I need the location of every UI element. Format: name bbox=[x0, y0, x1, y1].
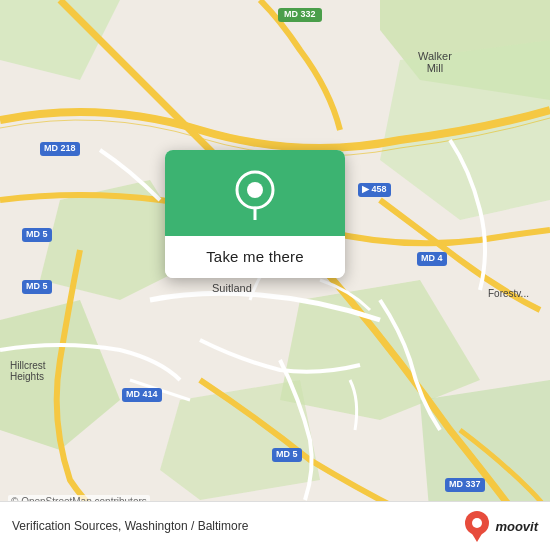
popup-card: Take me there bbox=[165, 150, 345, 278]
bottom-bar: Verification Sources, Washington / Balti… bbox=[0, 501, 550, 550]
hwy-md5-mid: MD 5 bbox=[22, 280, 52, 294]
svg-point-10 bbox=[247, 182, 263, 198]
take-me-there-button[interactable]: Take me there bbox=[206, 248, 304, 265]
hwy-458: ▶ 458 bbox=[358, 183, 391, 197]
hwy-md337: MD 337 bbox=[445, 478, 485, 492]
bottom-title: Verification Sources, Washington / Balti… bbox=[12, 519, 248, 533]
moovit-logo: moovit bbox=[461, 510, 538, 542]
svg-marker-14 bbox=[471, 532, 483, 542]
hwy-md414: MD 414 bbox=[122, 388, 162, 402]
hwy-md-332: MD 332 bbox=[278, 8, 322, 22]
location-pin-icon bbox=[233, 170, 277, 220]
hwy-md5-btm: MD 5 bbox=[272, 448, 302, 462]
popup-body: Take me there bbox=[165, 236, 345, 278]
hwy-md5-top: MD 5 bbox=[22, 228, 52, 242]
popup-header bbox=[165, 150, 345, 236]
map-container: MD 332 MD 218 ▶ 458 MD 5 MD 5 MD 4 MD 41… bbox=[0, 0, 550, 550]
hwy-md4: MD 4 bbox=[417, 252, 447, 266]
svg-point-13 bbox=[472, 518, 482, 528]
moovit-text: moovit bbox=[495, 519, 538, 534]
hwy-md-218: MD 218 bbox=[40, 142, 80, 156]
moovit-icon bbox=[461, 510, 493, 542]
